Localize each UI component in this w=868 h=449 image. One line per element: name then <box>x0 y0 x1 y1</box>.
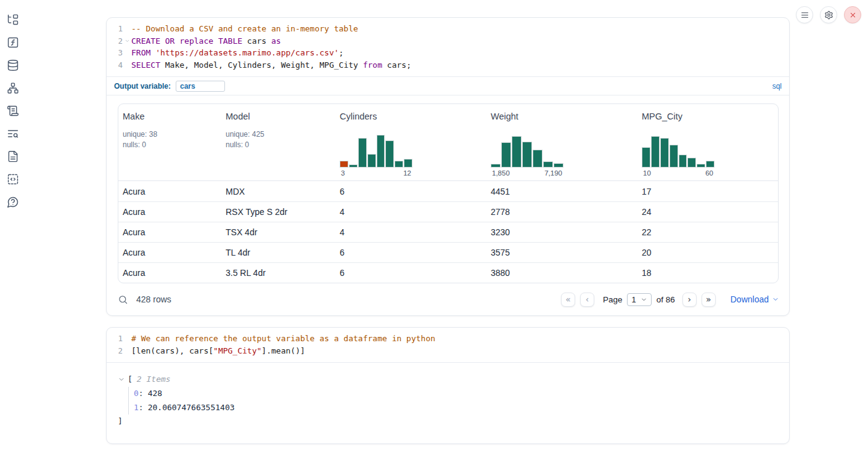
scroll-icon[interactable] <box>6 104 20 118</box>
column-stats: unique: 425nulls: 0 <box>226 129 330 150</box>
close-button[interactable] <box>844 6 861 23</box>
dependency-graph-icon[interactable] <box>6 81 20 95</box>
document-icon[interactable] <box>6 150 20 163</box>
histogram-bar <box>358 138 367 168</box>
histogram-bar <box>554 163 563 168</box>
table-cell: 3.5 RL 4dr <box>221 268 335 278</box>
next-page-button[interactable]: › <box>682 293 697 307</box>
histogram-bar <box>349 164 358 168</box>
tree-entries: 0:4281:20.060747663551403 <box>128 387 789 415</box>
table-cell: 4 <box>335 227 486 237</box>
table-cell: 20 <box>637 248 778 257</box>
histogram-bar <box>679 155 687 168</box>
code-text: FROM 'https://datasets.marimo.app/cars.c… <box>131 47 343 59</box>
column-header-mpg_city[interactable]: MPG_City1060 <box>637 110 778 180</box>
histogram-axis-labels: 312 <box>340 169 412 177</box>
histogram-axis-labels: 1060 <box>642 169 714 177</box>
line-number: 1 <box>107 23 123 35</box>
histogram-bar <box>377 135 385 168</box>
histogram-bar <box>642 147 650 168</box>
table-cell: 3230 <box>486 227 637 237</box>
column-stats: unique: 38nulls: 0 <box>123 129 216 150</box>
histogram-bar <box>533 150 542 168</box>
table-cell: 17 <box>637 187 778 196</box>
page-select-value: 1 <box>631 295 636 304</box>
prev-page-button[interactable]: ‹ <box>580 293 594 307</box>
table-cell: 2778 <box>486 207 637 217</box>
download-button[interactable]: Download <box>731 294 779 304</box>
histogram-bar <box>512 136 522 168</box>
items-count: 2 Items <box>137 373 171 386</box>
chevron-down-icon <box>641 296 647 303</box>
column-header-cylinders[interactable]: Cylinders312 <box>335 110 486 180</box>
code-line: 1# We can reference the output variable … <box>107 333 789 345</box>
gutter-spacer <box>123 333 131 345</box>
column-histogram[interactable]: 1060 <box>642 135 714 177</box>
table-cell: Acura <box>118 227 221 237</box>
line-number: 2 <box>107 35 123 47</box>
histogram-bar <box>543 161 553 168</box>
gutter-spacer <box>123 59 131 71</box>
sql-cell: 1-- Download a CSV and create an in-memo… <box>106 17 790 316</box>
file-tree-icon[interactable] <box>6 13 20 26</box>
collapse-toggle[interactable] <box>118 376 125 383</box>
database-icon[interactable] <box>6 59 20 72</box>
table-row: AcuraTSX 4dr4323022 <box>118 222 778 242</box>
page-select[interactable]: 1 <box>627 293 651 306</box>
table-cell: RSX Type S 2dr <box>221 207 335 217</box>
histogram-bar <box>395 161 403 168</box>
table-row: AcuraMDX6445117 <box>118 181 778 201</box>
column-name: MPG_City <box>642 111 773 121</box>
table-cell: 6 <box>335 268 486 278</box>
column-header-make[interactable]: Makeunique: 38nulls: 0 <box>118 110 221 180</box>
histogram-bar <box>404 159 412 168</box>
gutter-spacer <box>123 47 131 59</box>
tree-entry: 1:20.060747663551403 <box>134 401 789 415</box>
last-page-button[interactable]: » <box>702 293 716 307</box>
histogram-bar <box>697 164 705 168</box>
code-text: [len(cars), cars["MPG_City"].mean()] <box>131 345 305 357</box>
output-variable-input[interactable] <box>176 81 225 92</box>
gutter-spacer <box>123 345 131 357</box>
search-button[interactable] <box>117 293 129 305</box>
python-cell: 1# We can reference the output variable … <box>106 327 790 444</box>
table-cell: TL 4dr <box>221 248 335 257</box>
table-cell: 22 <box>637 227 778 237</box>
settings-button[interactable] <box>820 6 837 23</box>
table-cell: 24 <box>637 207 778 217</box>
tree-value: 428 <box>148 389 162 398</box>
download-label: Download <box>731 294 769 304</box>
table-cell: Acura <box>118 207 221 217</box>
fold-toggle-icon[interactable] <box>123 35 131 47</box>
menu-button[interactable] <box>796 6 813 23</box>
column-histogram[interactable]: 312 <box>340 135 412 177</box>
column-histogram[interactable]: 1,8507,190 <box>491 135 563 177</box>
python-code-editor[interactable]: 1# We can reference the output variable … <box>107 328 789 362</box>
output-variable-label: Output variable: <box>114 82 171 91</box>
topbar <box>796 6 861 23</box>
tree-entry: 0:428 <box>134 387 789 401</box>
snippets-icon[interactable] <box>6 172 20 186</box>
page-total-label: of 86 <box>657 295 675 304</box>
help-icon[interactable] <box>6 195 20 209</box>
tree-key: 0 <box>134 389 139 398</box>
first-page-button[interactable]: « <box>561 293 575 307</box>
bracket-open: [ <box>128 373 133 386</box>
code-text: # We can reference the output variable a… <box>131 333 435 345</box>
table-cell: Acura <box>118 187 221 196</box>
function-square-icon[interactable] <box>6 36 20 49</box>
table-footer: 428 rows « ‹ Page 1 of 86 › » Download <box>107 283 789 315</box>
chevron-down-icon <box>772 296 779 303</box>
gutter-spacer <box>123 23 131 35</box>
table-cell: MDX <box>221 187 335 196</box>
histogram-bar <box>501 142 511 168</box>
text-search-icon[interactable] <box>6 127 20 140</box>
bracket-close: ] <box>118 415 789 427</box>
line-number: 2 <box>107 345 123 357</box>
column-header-model[interactable]: Modelunique: 425nulls: 0 <box>221 110 335 180</box>
sql-code-editor[interactable]: 1-- Download a CSV and create an in-memo… <box>107 18 789 76</box>
tree-head: [ 2 Items <box>118 373 789 386</box>
code-text: SELECT Make, Model, Cylinders, Weight, M… <box>131 59 411 71</box>
column-header-weight[interactable]: Weight1,8507,190 <box>486 110 637 180</box>
table-cell: TSX 4dr <box>221 227 335 237</box>
